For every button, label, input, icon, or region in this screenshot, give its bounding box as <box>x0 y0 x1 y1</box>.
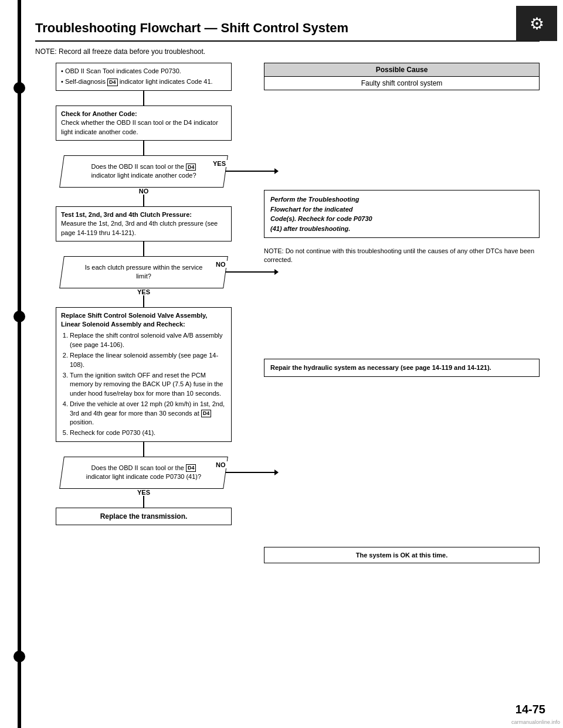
no-connector-3: NO <box>226 470 279 475</box>
test-clutch-body: Measure the 1st, 2nd, 3rd and 4th clutch… <box>61 219 226 237</box>
yes-flow-2: YES <box>56 288 232 307</box>
check-code-title: Check for Another Code: <box>61 110 226 118</box>
no-label-2: NO <box>214 261 228 268</box>
diamond3-wrapper: Does the OBD II scan tool or the D4 indi… <box>56 457 232 489</box>
connector-v7 <box>143 496 144 508</box>
check-code-body: Check whether the OBD II scan tool or th… <box>61 118 226 137</box>
yes-label-3: YES <box>135 489 152 496</box>
no-label-1: NO <box>137 188 151 195</box>
left-column: • OBD II Scan Tool indicates Code P0730.… <box>35 63 252 563</box>
no-arrowhead-2 <box>274 269 279 275</box>
diamond1-box: Does the OBD II scan tool or the D4 indi… <box>62 155 226 188</box>
system-ok-box: The system is OK at this time. <box>264 547 540 563</box>
flowchart-container: • OBD II Scan Tool indicates Code P0730.… <box>35 63 540 563</box>
replace-item-5: Recheck for code P0730 (41). <box>70 428 226 437</box>
possible-cause-value: Faulty shift control system <box>264 77 540 90</box>
watermark: carmanualonline.info <box>511 719 560 725</box>
d4-badge-1: D4 <box>107 79 118 86</box>
entry-line1: • OBD II Scan Tool indicates Code P0730. <box>61 67 226 76</box>
diamond2-text: Is each clutch pressure within the servi… <box>85 264 203 280</box>
page-container: ⚙ Troubleshooting Flowchart — Shift Cont… <box>0 0 563 728</box>
no-flow-1: NO <box>56 188 232 206</box>
page-number: 14-75 <box>515 703 545 716</box>
spacer-3 <box>264 383 540 541</box>
connector-v4 <box>143 241 144 256</box>
no-arrowhead-3 <box>274 470 279 475</box>
left-accent-bar <box>18 0 21 728</box>
replace-item-3: Turn the ignition switch OFF and reset t… <box>70 371 226 398</box>
diamond1-wrapper: Does the OBD II scan tool or the D4 indi… <box>56 155 232 188</box>
diamond1-text: Does the OBD II scan tool or the D4 indi… <box>91 163 196 179</box>
diamond3-text: Does the OBD II scan tool or the D4 indi… <box>86 464 201 480</box>
perform-line3: Code(s). Recheck for code P0730 <box>270 215 372 222</box>
d4-badge-4: D4 <box>186 464 196 472</box>
bullet-circle-3 <box>13 651 25 662</box>
no-label-3: NO <box>214 461 228 468</box>
connector-v6 <box>143 442 144 457</box>
bullet-circle-2 <box>13 311 25 322</box>
right-column: Possible Cause Faulty shift control syst… <box>264 63 540 563</box>
d4-badge-2: D4 <box>186 164 196 171</box>
yes-arrowhead-1 <box>274 168 279 174</box>
note-perform: NOTE: Do not continue with this troubles… <box>264 247 540 265</box>
connector-v3 <box>143 195 144 206</box>
replace-item-4: Drive the vehicle at over 12 mph (20 km/… <box>70 400 226 427</box>
test-clutch-box: Test 1st, 2nd, 3rd and 4th Clutch Pressu… <box>56 206 232 241</box>
check-another-code-box: Check for Another Code: Check whether th… <box>56 106 232 141</box>
replace-title: Replace Shift Control Solenoid Valve Ass… <box>61 311 226 329</box>
replace-list: Replace the shift control solenoid valve… <box>70 331 226 437</box>
left-col-inner: • OBD II Scan Tool indicates Code P0730.… <box>44 63 243 525</box>
repair-box: Repair the hydraulic system as necessary… <box>264 359 540 377</box>
possible-cause-group: Possible Cause Faulty shift control syst… <box>264 63 540 90</box>
possible-cause-header: Possible Cause <box>264 63 540 77</box>
perform-line4: (41) after troubleshooting. <box>270 225 350 232</box>
title-section: Troubleshooting Flowchart — Shift Contro… <box>35 21 540 42</box>
d4-badge-3: D4 <box>201 410 212 417</box>
spacer-2 <box>264 271 540 353</box>
perform-box: Perform the Troubleshooting Flowchart fo… <box>264 190 540 238</box>
entry-box: • OBD II Scan Tool indicates Code P0730.… <box>56 63 232 91</box>
entry-line2: • Self-diagnosis D4 indicator light indi… <box>61 77 226 86</box>
replace-trans-text: Replace the transmission. <box>61 512 226 522</box>
yes-label-1: YES <box>211 160 228 167</box>
connector-v1 <box>143 91 144 106</box>
no-line-3 <box>226 472 274 473</box>
connector-v2 <box>143 141 144 155</box>
no-line-2 <box>226 271 274 273</box>
perform-line2: Flowchart for the indicated <box>270 206 353 213</box>
diamond2-box: Is each clutch pressure within the servi… <box>62 256 226 288</box>
perform-line1: Perform the Troubleshooting <box>270 196 359 203</box>
no-connector-2: NO <box>226 269 279 275</box>
spacer-1 <box>264 96 540 184</box>
yes-label-2: YES <box>135 288 152 295</box>
bullet-circle-1 <box>13 82 25 94</box>
page-title: Troubleshooting Flowchart — Shift Contro… <box>35 21 540 36</box>
note-text: NOTE: Record all freeze data before you … <box>35 47 540 56</box>
diamond2-wrapper: Is each clutch pressure within the servi… <box>56 256 232 288</box>
logo-area: ⚙ <box>516 6 557 41</box>
yes-flow-3: YES <box>56 489 232 508</box>
yes-connector-1: YES <box>226 168 279 174</box>
replace-item-1: Replace the shift control solenoid valve… <box>70 331 226 349</box>
replace-box: Replace Shift Control Solenoid Valve Ass… <box>56 307 232 442</box>
connector-v5 <box>143 295 144 307</box>
replace-trans-box: Replace the transmission. <box>56 508 232 526</box>
test-clutch-title: Test 1st, 2nd, 3rd and 4th Clutch Pressu… <box>61 210 226 219</box>
diamond3-box: Does the OBD II scan tool or the D4 indi… <box>62 457 226 489</box>
replace-item-2: Replace the linear solenoid assembly (se… <box>70 351 226 369</box>
yes-line-1 <box>226 171 274 172</box>
gear-icon: ⚙ <box>530 14 544 33</box>
